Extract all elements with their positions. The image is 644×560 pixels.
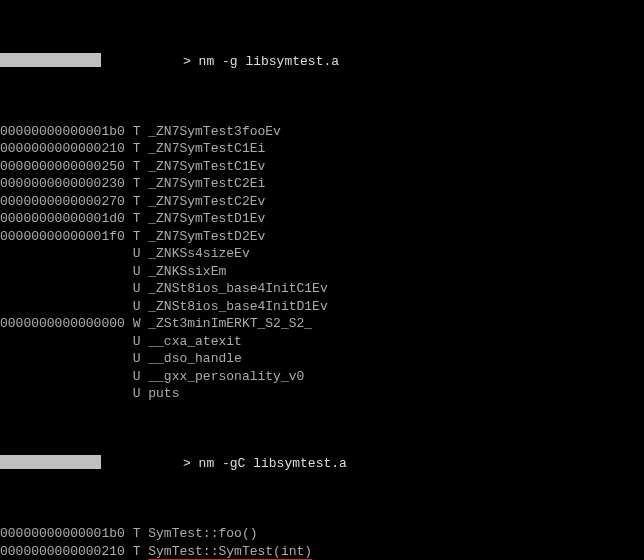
nm-row: 0000000000000000 W _ZSt3minImERKT_S2_S2_ [0, 315, 644, 333]
nm-address [0, 299, 125, 314]
nm-type: U [133, 246, 141, 261]
nm-symbol: _ZN7SymTestD1Ev [148, 211, 265, 226]
nm-address [0, 246, 125, 261]
nm-symbol: _ZN7SymTestC1Ev [148, 159, 265, 174]
nm-row: 00000000000001d0 T _ZN7SymTestD1Ev [0, 210, 644, 228]
prompt-block [0, 455, 183, 469]
nm-symbol: _ZNSt8ios_base4InitD1Ev [148, 299, 327, 314]
nm-address [0, 281, 125, 296]
nm-symbol: puts [148, 386, 179, 401]
nm-address [0, 334, 125, 349]
nm-address [0, 369, 125, 384]
prompt-line-1[interactable]: > nm -g libsymtest.a [0, 53, 644, 71]
prompt-block [0, 53, 183, 67]
nm-type: T [133, 194, 141, 209]
nm-type: T [133, 229, 141, 244]
nm-type: U [133, 369, 141, 384]
nm-row: 0000000000000210 T _ZN7SymTestC1Ei [0, 140, 644, 158]
nm-type: T [133, 211, 141, 226]
nm-type: U [133, 386, 141, 401]
prompt-symbol: > [183, 456, 199, 471]
nm-address: 00000000000001b0 [0, 526, 125, 541]
terminal-output: > nm -g libsymtest.a 00000000000001b0 T … [0, 0, 644, 560]
nm-symbol: SymTest::SymTest(int) [148, 544, 312, 560]
nm-symbol: _ZN7SymTestC2Ev [148, 194, 265, 209]
nm-row: 00000000000001b0 T _ZN7SymTest3fooEv [0, 123, 644, 141]
nm-address: 00000000000001b0 [0, 124, 125, 139]
nm-address: 0000000000000230 [0, 176, 125, 191]
nm-type: T [133, 141, 141, 156]
nm-address [0, 351, 125, 366]
nm-address [0, 386, 125, 401]
nm-type: T [133, 124, 141, 139]
nm-row: U puts [0, 385, 644, 403]
nm-address: 0000000000000250 [0, 159, 125, 174]
nm-address: 00000000000001f0 [0, 229, 125, 244]
nm-row: U _ZNSt8ios_base4InitD1Ev [0, 298, 644, 316]
nm-row: 0000000000000250 T _ZN7SymTestC1Ev [0, 158, 644, 176]
nm-output-block-2: 00000000000001b0 T SymTest::foo()0000000… [0, 525, 644, 560]
nm-row: U __cxa_atexit [0, 333, 644, 351]
nm-type: U [133, 281, 141, 296]
nm-symbol: _ZN7SymTestC1Ei [148, 141, 265, 156]
command-text: nm -gC libsymtest.a [199, 456, 347, 471]
prompt-symbol: > [183, 54, 199, 69]
nm-row: 0000000000000210 T SymTest::SymTest(int) [0, 543, 644, 561]
nm-address [0, 264, 125, 279]
nm-type: T [133, 526, 141, 541]
nm-symbol: _ZN7SymTest3fooEv [148, 124, 281, 139]
nm-symbol: _ZSt3minImERKT_S2_S2_ [148, 316, 312, 331]
nm-row: 0000000000000270 T _ZN7SymTestC2Ev [0, 193, 644, 211]
nm-row: 00000000000001f0 T _ZN7SymTestD2Ev [0, 228, 644, 246]
nm-row: U __dso_handle [0, 350, 644, 368]
nm-symbol: _ZNKSsixEm [148, 264, 226, 279]
nm-address: 0000000000000210 [0, 544, 125, 559]
nm-type: T [133, 159, 141, 174]
nm-symbol: _ZN7SymTestC2Ei [148, 176, 265, 191]
nm-address: 0000000000000000 [0, 316, 125, 331]
nm-row: U _ZNKSsixEm [0, 263, 644, 281]
nm-symbol: __dso_handle [148, 351, 242, 366]
nm-address: 00000000000001d0 [0, 211, 125, 226]
nm-symbol: __gxx_personality_v0 [148, 369, 304, 384]
nm-type: U [133, 334, 141, 349]
nm-symbol: _ZNSt8ios_base4InitC1Ev [148, 281, 327, 296]
nm-symbol: __cxa_atexit [148, 334, 242, 349]
nm-row: U _ZNKSs4sizeEv [0, 245, 644, 263]
nm-row: 00000000000001b0 T SymTest::foo() [0, 525, 644, 543]
nm-output-block-1: 00000000000001b0 T _ZN7SymTest3fooEv0000… [0, 123, 644, 403]
nm-row: 0000000000000230 T _ZN7SymTestC2Ei [0, 175, 644, 193]
nm-type: U [133, 351, 141, 366]
prompt-line-2[interactable]: > nm -gC libsymtest.a [0, 455, 644, 473]
nm-type: U [133, 264, 141, 279]
nm-type: W [133, 316, 141, 331]
nm-type: T [133, 544, 141, 559]
nm-address: 0000000000000210 [0, 141, 125, 156]
nm-symbol: _ZNKSs4sizeEv [148, 246, 249, 261]
nm-address: 0000000000000270 [0, 194, 125, 209]
nm-row: U _ZNSt8ios_base4InitC1Ev [0, 280, 644, 298]
nm-type: T [133, 176, 141, 191]
nm-symbol: SymTest::foo() [148, 526, 257, 541]
nm-type: U [133, 299, 141, 314]
nm-symbol: _ZN7SymTestD2Ev [148, 229, 265, 244]
nm-row: U __gxx_personality_v0 [0, 368, 644, 386]
command-text: nm -g libsymtest.a [199, 54, 339, 69]
